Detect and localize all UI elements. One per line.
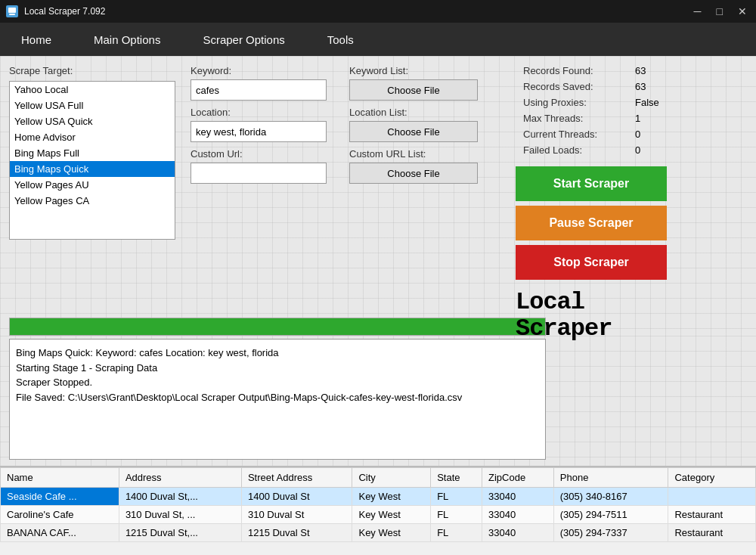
list-item[interactable]: Home Advisor bbox=[10, 129, 175, 145]
list-item[interactable]: Bing Maps Full bbox=[10, 145, 175, 161]
custom-url-input[interactable] bbox=[191, 163, 327, 184]
svg-rect-1 bbox=[8, 8, 16, 13]
records-found-value: 63 bbox=[635, 65, 646, 76]
title-bar-left: Local Scraper 7.092 bbox=[6, 5, 105, 17]
table-cell: 1215 Duval St,... bbox=[119, 524, 241, 542]
max-threads-row: Max Threads: 1 bbox=[523, 113, 747, 124]
records-found-row: Records Found: 63 bbox=[523, 65, 747, 76]
table-row[interactable]: BANANA CAF...1215 Duval St,...1215 Duval… bbox=[1, 524, 756, 542]
table-cell: 1400 Duval St,... bbox=[119, 488, 241, 506]
table-cell: Caroline's Cafe bbox=[1, 506, 119, 524]
action-buttons: Start Scraper Pause Scraper Stop Scraper bbox=[516, 166, 747, 280]
title-bar-controls: ─ □ ✕ bbox=[691, 5, 750, 18]
max-threads-value: 1 bbox=[635, 113, 640, 124]
max-threads-label: Max Threads: bbox=[523, 113, 629, 124]
progress-bar-outer bbox=[9, 318, 546, 336]
table-header: Address bbox=[119, 468, 241, 488]
current-threads-value: 0 bbox=[635, 129, 640, 140]
using-proxies-row: Using Proxies: False bbox=[523, 97, 747, 108]
list-item[interactable]: Yellow Pages CA bbox=[10, 193, 175, 209]
keyword-input[interactable] bbox=[191, 79, 327, 101]
custom-url-group: Custom Url: bbox=[191, 148, 342, 184]
keyword-list-group: Keyword List: Choose File bbox=[349, 65, 500, 101]
location-list-label: Location List: bbox=[349, 107, 500, 118]
table-cell: 1215 Duval St bbox=[241, 524, 352, 542]
table-header: Street Address bbox=[241, 468, 352, 488]
table-cell: Key West bbox=[352, 506, 431, 524]
main-content: Scrape Target: Yahoo LocalYellow USA Ful… bbox=[0, 56, 756, 313]
app-title: Local Scraper 7.092 bbox=[24, 6, 105, 17]
list-item[interactable]: Yellow Pages AU bbox=[10, 177, 175, 193]
failed-loads-row: Failed Loads: 0 bbox=[523, 144, 747, 156]
table-row[interactable]: Caroline's Cafe310 Duval St, ...310 Duva… bbox=[1, 506, 756, 524]
location-group: Location: bbox=[191, 107, 342, 142]
table-cell: (305) 294-7511 bbox=[553, 506, 668, 524]
scrape-target-panel: Scrape Target: Yahoo LocalYellow USA Ful… bbox=[9, 65, 183, 304]
location-input[interactable] bbox=[191, 121, 327, 142]
table-cell: Seaside Cafe ... bbox=[1, 488, 119, 506]
table-cell: Key West bbox=[352, 488, 431, 506]
table-header: Category bbox=[668, 468, 756, 488]
location-list-choose-file-button[interactable]: Choose File bbox=[349, 121, 478, 142]
data-table: NameAddressStreet AddressCityStateZipCod… bbox=[0, 467, 756, 542]
minimize-button[interactable]: ─ bbox=[691, 5, 705, 18]
current-threads-label: Current Threads: bbox=[523, 129, 629, 140]
table-cell: Restaurant bbox=[668, 506, 756, 524]
keyword-list-choose-file-button[interactable]: Choose File bbox=[349, 79, 478, 101]
table-cell: FL bbox=[431, 524, 482, 542]
records-saved-value: 63 bbox=[635, 81, 646, 92]
table-cell: 33040 bbox=[482, 506, 554, 524]
menu-main-options[interactable]: Main Options bbox=[73, 23, 181, 56]
records-found-label: Records Found: bbox=[523, 65, 629, 76]
close-button[interactable]: ✕ bbox=[735, 5, 750, 18]
table-cell bbox=[668, 488, 756, 506]
keyword-list-label: Keyword List: bbox=[349, 65, 500, 76]
stop-scraper-button[interactable]: Stop Scraper bbox=[516, 245, 667, 280]
table-cell: FL bbox=[431, 488, 482, 506]
list-item[interactable]: Yellow USA Full bbox=[10, 98, 175, 113]
table-cell: 310 Duval St, ... bbox=[119, 506, 241, 524]
list-item[interactable]: Yahoo Local bbox=[10, 82, 175, 98]
table-cell: 1400 Duval St bbox=[241, 488, 352, 506]
table-cell: BANANA CAF... bbox=[1, 524, 119, 542]
list-item[interactable]: Yellow USA Quick bbox=[10, 113, 175, 129]
table-cell: 33040 bbox=[482, 488, 554, 506]
table-cell: 310 Duval St bbox=[241, 506, 352, 524]
menu-tools[interactable]: Tools bbox=[306, 23, 375, 56]
log-box[interactable]: Bing Maps Quick: Keyword: cafes Location… bbox=[9, 339, 546, 460]
svg-rect-2 bbox=[9, 14, 15, 15]
failed-loads-label: Failed Loads: bbox=[523, 144, 629, 156]
start-scraper-button[interactable]: Start Scraper bbox=[516, 166, 667, 201]
records-saved-label: Records Saved: bbox=[523, 81, 629, 92]
table-cell: 33040 bbox=[482, 524, 554, 542]
custom-url-list-choose-file-button[interactable]: Choose File bbox=[349, 163, 478, 184]
input-fields-panel: Keyword: Location: Custom Url: bbox=[191, 65, 342, 304]
table-cell: Key West bbox=[352, 524, 431, 542]
table-cell: FL bbox=[431, 506, 482, 524]
custom-url-list-group: Custom URL List: Choose File bbox=[349, 148, 500, 184]
menu-home[interactable]: Home bbox=[0, 23, 73, 56]
list-item[interactable]: Bing Maps Quick bbox=[10, 161, 175, 177]
using-proxies-label: Using Proxies: bbox=[523, 97, 629, 108]
logo-area: Local Scraper bbox=[516, 289, 747, 342]
progress-bar-inner bbox=[10, 318, 545, 335]
log-section: Bing Maps Quick: Keyword: cafes Location… bbox=[0, 336, 756, 466]
table-cell: Restaurant bbox=[668, 524, 756, 542]
maximize-button[interactable]: □ bbox=[714, 5, 726, 18]
keyword-label: Keyword: bbox=[191, 65, 342, 76]
logo-line1: Local bbox=[516, 289, 747, 315]
file-choosers-panel: Keyword List: Choose File Location List:… bbox=[349, 65, 500, 304]
table-header: Phone bbox=[553, 468, 668, 488]
title-bar: Local Scraper 7.092 ─ □ ✕ bbox=[0, 0, 756, 23]
records-saved-row: Records Saved: 63 bbox=[523, 81, 747, 92]
scrape-target-list[interactable]: Yahoo LocalYellow USA FullYellow USA Qui… bbox=[9, 81, 175, 240]
table-row[interactable]: Seaside Cafe ...1400 Duval St,...1400 Du… bbox=[1, 488, 756, 506]
table-header: State bbox=[431, 468, 482, 488]
using-proxies-value: False bbox=[635, 97, 659, 108]
menu-scraper-options[interactable]: Scraper Options bbox=[181, 23, 305, 56]
data-table-section: NameAddressStreet AddressCityStateZipCod… bbox=[0, 466, 756, 542]
failed-loads-value: 0 bbox=[635, 144, 640, 156]
pause-scraper-button[interactable]: Pause Scraper bbox=[516, 206, 667, 240]
table-header: Name bbox=[1, 468, 119, 488]
location-label: Location: bbox=[191, 107, 342, 118]
